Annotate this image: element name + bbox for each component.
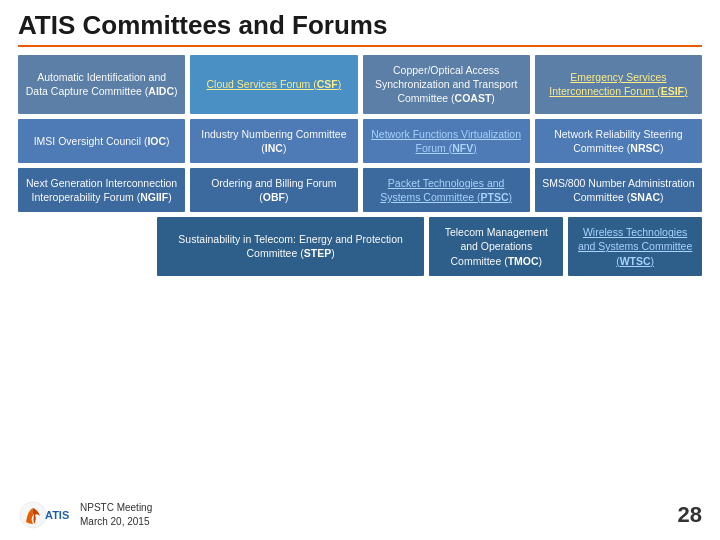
cell-csf[interactable]: Cloud Services Forum (CSF) [190,55,357,114]
logo-area: ATIS NPSTC Meeting March 20, 2015 [18,500,152,530]
cell-inc: Industry Numbering Committee (INC) [190,119,357,163]
cell-obf: Ordering and Billing Forum (OBF) [190,168,357,212]
cell-tmoc: Telecom Management and Operations Commit… [429,217,563,276]
cell-nrsc: Network Reliability Steering Committee (… [535,119,702,163]
footer: ATIS NPSTC Meeting March 20, 2015 28 [18,496,702,530]
cell-nfv[interactable]: Network Functions Virtualization Forum (… [363,119,530,163]
meeting-date: March 20, 2015 [80,515,152,529]
footer-text: NPSTC Meeting March 20, 2015 [80,501,152,529]
main-page: ATIS Committees and Forums Automatic Ide… [0,0,720,540]
page-title: ATIS Committees and Forums [18,10,702,47]
atis-logo-icon: ATIS [18,500,72,530]
cell-esif[interactable]: Emergency Services Interconnection Forum… [535,55,702,114]
row4: Sustainability in Telecom: Energy and Pr… [18,217,702,276]
cell-ptsc[interactable]: Packet Technologies and Systems Committe… [363,168,530,212]
cell-wtsc[interactable]: Wireless Technologies and Systems Commit… [568,217,702,276]
cell-ioc: IMSI Oversight Council (IOC) [18,119,185,163]
cell-ngiif: Next Generation Interconnection Interope… [18,168,185,212]
svg-text:ATIS: ATIS [45,509,69,521]
row2: IMSI Oversight Council (IOC) Industry Nu… [18,119,702,163]
cell-step: Sustainability in Telecom: Energy and Pr… [157,217,425,276]
row3: Next Generation Interconnection Interope… [18,168,702,212]
row1: Automatic Identification and Data Captur… [18,55,702,114]
page-number: 28 [678,502,702,528]
cell-coast: Copper/Optical Access Synchronization an… [363,55,530,114]
meeting-label: NPSTC Meeting [80,501,152,515]
cell-aidc: Automatic Identification and Data Captur… [18,55,185,114]
empty-col1 [18,217,152,276]
cell-snac: SMS/800 Number Administration Committee … [535,168,702,212]
